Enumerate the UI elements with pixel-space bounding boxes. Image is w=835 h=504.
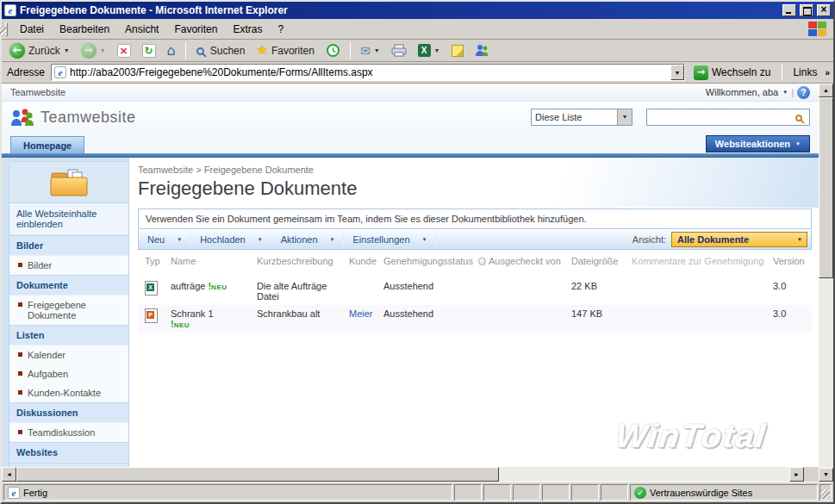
- header-dateigroesse[interactable]: Dateigröße: [571, 256, 632, 266]
- aktionen-dropdown-icon: [330, 237, 335, 242]
- links-label[interactable]: Links: [789, 66, 820, 78]
- forward-button[interactable]: →: [77, 41, 110, 60]
- search-scope-select[interactable]: Diese Liste: [531, 109, 632, 126]
- kunde-link[interactable]: Meier: [349, 308, 373, 319]
- menu-ansicht[interactable]: Ansicht: [118, 21, 165, 38]
- links-chevron-icon[interactable]: [825, 68, 830, 78]
- back-dropdown-icon[interactable]: [64, 47, 70, 53]
- header-genehmigungsstatus[interactable]: Genehmigungsstatus: [383, 256, 478, 266]
- status-panel-empty: [454, 484, 482, 501]
- vertical-scrollbar[interactable]: [819, 84, 833, 482]
- sidebar-section-websites[interactable]: Websites: [9, 442, 128, 463]
- menu-favoriten[interactable]: Favoriten: [167, 21, 224, 38]
- header-version[interactable]: Version: [773, 256, 812, 266]
- cell-kunde: Meier: [349, 308, 383, 319]
- header-kommentare[interactable]: Kommentare zur Genehmigung: [632, 256, 773, 266]
- address-field[interactable]: e http://aba2003/Freigegebene%20Dokument…: [51, 64, 685, 81]
- einstellungen-menu-button[interactable]: Einstellungen: [344, 230, 436, 249]
- horizontal-scrollbar[interactable]: [2, 467, 804, 482]
- print-button[interactable]: [387, 42, 411, 59]
- site-search-go-icon[interactable]: [795, 115, 802, 121]
- sidebar-item-bilder[interactable]: Bilder: [9, 256, 128, 275]
- sidebar-item-aufgaben[interactable]: Aufgaben: [9, 364, 128, 383]
- view-select[interactable]: Alle Dokumente: [671, 232, 807, 247]
- close-button[interactable]: [817, 4, 831, 16]
- maximize-button[interactable]: [800, 4, 813, 16]
- neu-menu-button[interactable]: Neu: [139, 230, 191, 249]
- note-icon: [452, 45, 464, 57]
- header-name[interactable]: Name: [171, 256, 257, 266]
- sidebar-item-freigegebene-dokumente[interactable]: Freigegebene Dokumente: [9, 296, 128, 325]
- home-button[interactable]: [163, 42, 180, 59]
- site-search-input[interactable]: [647, 110, 794, 124]
- resize-grip[interactable]: [819, 484, 832, 501]
- hochladen-menu-button[interactable]: Hochladen: [191, 230, 272, 249]
- view-all-site-content-link[interactable]: Alle Websiteinhalte einblenden: [9, 203, 128, 235]
- messenger-button[interactable]: [470, 42, 493, 59]
- menu-bar: Datei Bearbeiten Ansicht Favoriten Extra…: [2, 19, 833, 40]
- menu-extras[interactable]: Extras: [226, 21, 269, 38]
- scope-dropdown-icon[interactable]: [617, 109, 632, 125]
- discuss-button[interactable]: [447, 43, 468, 59]
- bullet-icon: [18, 352, 22, 357]
- history-button[interactable]: [321, 41, 345, 59]
- breadcrumb-current-link[interactable]: Freigegebene Dokumente: [204, 165, 314, 175]
- header-typ[interactable]: Typ: [145, 256, 171, 266]
- sidebar-item-teamdiskussion[interactable]: Teamdiskussion: [9, 423, 128, 442]
- scrollbar-corner: [804, 467, 819, 482]
- go-button[interactable]: → Wechseln zu: [689, 65, 775, 81]
- sidebar-section-listen[interactable]: Listen: [9, 325, 128, 345]
- menu-datei[interactable]: Datei: [13, 21, 51, 38]
- scroll-left-button[interactable]: [2, 467, 16, 482]
- mail-dropdown-icon[interactable]: [374, 47, 380, 53]
- minimize-button[interactable]: [782, 4, 796, 16]
- library-icon-block: [9, 161, 129, 202]
- cell-status: Ausstehend: [383, 281, 478, 291]
- back-button[interactable]: ← Zurück: [5, 41, 74, 60]
- tab-homepage[interactable]: Homepage: [10, 136, 84, 153]
- stop-button[interactable]: ×: [113, 42, 135, 59]
- excel-document-icon[interactable]: X: [145, 281, 158, 296]
- site-actions-button[interactable]: Websiteaktionen: [706, 135, 810, 152]
- sidebar-section-bilder[interactable]: Bilder: [9, 235, 128, 256]
- vertical-scroll-track[interactable]: [819, 278, 833, 468]
- powerpoint-document-icon[interactable]: P: [145, 308, 158, 323]
- address-url[interactable]: http://aba2003/Freigegebene%20Dokumente/…: [70, 66, 667, 78]
- status-bar: e Fertig Vertrauenswürdige Sites: [2, 482, 833, 502]
- hochladen-dropdown-icon: [258, 237, 263, 242]
- quick-launch-menu: Alle Websiteinhalte einblenden Bilder Bi…: [9, 202, 129, 482]
- edit-dropdown-icon[interactable]: [434, 47, 440, 53]
- menu-bearbeiten[interactable]: Bearbeiten: [53, 21, 116, 38]
- aktionen-menu-button[interactable]: Aktionen: [272, 230, 345, 249]
- header-kunde[interactable]: Kunde: [349, 256, 383, 266]
- header-kurzbeschreibung[interactable]: Kurzbeschreibung: [257, 256, 349, 266]
- scroll-down-button[interactable]: [819, 468, 833, 482]
- header-ausgecheckt-label: Ausgecheckt von: [489, 256, 561, 266]
- printer-icon: [391, 44, 407, 57]
- refresh-button[interactable]: [138, 42, 160, 59]
- help-icon[interactable]: ?: [797, 86, 810, 99]
- search-button[interactable]: Suchen: [191, 43, 250, 59]
- edit-excel-button[interactable]: X: [414, 42, 445, 59]
- breadcrumb-teamwebsite-link[interactable]: Teamwebsite: [138, 165, 193, 175]
- horizontal-scroll-thumb[interactable]: [16, 467, 499, 482]
- sidebar-item-kalender[interactable]: Kalender: [9, 345, 128, 364]
- document-link[interactable]: aufträge: [171, 281, 205, 291]
- favorites-button[interactable]: Favoriten: [252, 42, 318, 59]
- header-ausgecheckt-von[interactable]: Ausgecheckt von: [478, 256, 571, 266]
- mail-button[interactable]: [356, 43, 384, 59]
- address-dropdown-button[interactable]: [670, 65, 684, 80]
- sidebar-item-label: Aufgaben: [28, 369, 68, 379]
- top-site-link[interactable]: Teamwebsite: [10, 87, 65, 97]
- sidebar-section-dokumente[interactable]: Dokumente: [9, 275, 128, 296]
- welcome-menu[interactable]: Willkommen, aba: [706, 87, 788, 97]
- scroll-right-button[interactable]: [789, 467, 804, 482]
- vertical-scroll-thumb[interactable]: [819, 97, 833, 278]
- status-text: Fertig: [23, 488, 47, 498]
- horizontal-scroll-track[interactable]: [499, 467, 789, 482]
- sidebar-item-kunden-kontakte[interactable]: Kunden-Kontakte: [9, 383, 128, 402]
- sidebar-section-diskussionen[interactable]: Diskussionen: [9, 402, 128, 423]
- document-link[interactable]: Schrank 1: [171, 308, 214, 319]
- menu-hilfe[interactable]: ?: [271, 21, 290, 38]
- scroll-up-button[interactable]: [819, 84, 833, 97]
